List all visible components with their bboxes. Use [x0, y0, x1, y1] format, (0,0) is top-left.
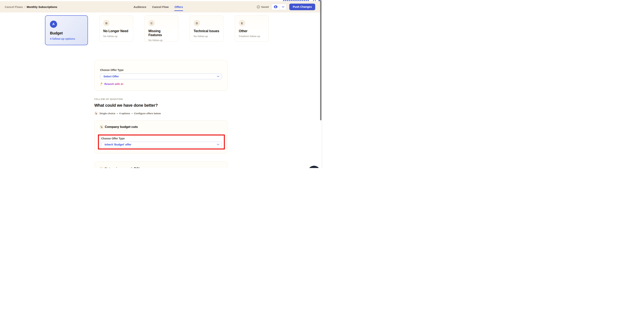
- sparkles-icon: [100, 82, 103, 86]
- arrow-curve-right-icon: [100, 126, 103, 128]
- meta-configure-hint: Configure offers below: [134, 112, 161, 115]
- tab-offers[interactable]: Offers: [174, 4, 183, 10]
- save-status-label: Saved: [261, 6, 269, 8]
- dropdown-value: Inherit 'Budget' offer: [104, 143, 131, 146]
- choose-offer-type-label: Choose Offer Type: [101, 137, 222, 140]
- check-circle-icon: [257, 5, 260, 9]
- reason-badge: A: [50, 21, 57, 28]
- reason-title: Other: [239, 29, 265, 33]
- followup-section: FOLLOW-UP QUESTION What could we have do…: [94, 98, 228, 115]
- scrollbar-thumb[interactable]: [320, 0, 322, 120]
- option-title: Company budget cuts: [105, 125, 138, 129]
- breadcrumb-current: Monthly Subscriptions: [27, 5, 57, 9]
- option-card-not-seeing-enough-roi: Not seeing enough ROI: [94, 161, 228, 168]
- tab-cancel-flow[interactable]: Cancel Flow: [152, 4, 169, 10]
- header-actions: Saved Push Changes: [257, 1, 316, 13]
- option-badge: [100, 167, 104, 168]
- breadcrumb-parent-link[interactable]: Cancel Flows: [5, 5, 23, 9]
- chevron-down-icon: [282, 6, 284, 8]
- meta-bullet: •: [132, 112, 132, 115]
- reason-card-budget[interactable]: A Budget 4 follow-up options: [45, 15, 88, 45]
- breadcrumb-separator: /: [24, 5, 25, 9]
- chevron-down-icon: [217, 144, 219, 145]
- reason-badge: C: [148, 20, 155, 26]
- annotation-highlight-box: Choose Offer Type Inherit 'Budget' offer: [98, 135, 225, 149]
- reason-title: No Longer Need: [103, 29, 129, 33]
- meta-bullet: •: [117, 112, 118, 115]
- clipped-icon: [315, 0, 316, 1]
- meta-option-count: 4 options: [119, 112, 130, 115]
- header-tabs: Audience Cancel Flow Offers: [133, 1, 183, 13]
- offer-type-panel: Choose Offer Type Select Offer Rework wi…: [94, 60, 228, 91]
- reason-card-technical-issues[interactable]: D Technical Issues No follow-up: [190, 15, 224, 42]
- eye-icon: [274, 5, 278, 8]
- reason-title: Technical Issues: [194, 29, 220, 33]
- followup-meta: Single choice • 4 options • Configure of…: [100, 112, 161, 115]
- meta-choice-type: Single choice: [100, 112, 115, 115]
- reason-title: Missing Features: [148, 29, 174, 37]
- rework-with-ai-label: Rework with AI: [104, 83, 123, 86]
- clipped-icon: [313, 0, 314, 1]
- rework-with-ai-button[interactable]: Rework with AI: [100, 82, 123, 86]
- followup-badge: [94, 112, 98, 115]
- clipped-top-strip: [0, 0, 322, 1]
- option-card-company-budget-cuts: Company budget cuts Choose Offer Type In…: [94, 120, 228, 153]
- reason-badge: D: [194, 20, 200, 26]
- choose-offer-type-label: Choose Offer Type: [100, 69, 222, 72]
- reason-badge: E: [239, 20, 245, 26]
- clipped-link-text: [283, 0, 309, 1]
- reason-cards-row: A Budget 4 follow-up options B No Longer…: [45, 15, 269, 45]
- preview-split-button: [272, 4, 286, 10]
- chat-widget-button[interactable]: [308, 166, 320, 168]
- followup-eyebrow: FOLLOW-UP QUESTION: [94, 98, 228, 100]
- option-title-row: Not seeing enough ROI: [100, 167, 224, 168]
- followup-meta-row: Single choice • 4 options • Configure of…: [94, 112, 228, 115]
- reason-title: Budget: [50, 31, 83, 35]
- main-content: Choose Offer Type Select Offer Rework wi…: [94, 60, 228, 168]
- inherit-budget-offer-dropdown[interactable]: Inherit 'Budget' offer: [101, 142, 222, 147]
- option-title: Not seeing enough ROI: [105, 167, 140, 168]
- chevron-down-icon: [217, 76, 219, 77]
- option-title-row: Company budget cuts: [100, 125, 224, 129]
- reason-card-other[interactable]: E Other Freeform follow-up: [235, 15, 269, 42]
- reason-card-no-longer-need[interactable]: B No Longer Need No follow-up: [99, 15, 133, 42]
- tab-audience[interactable]: Audience: [133, 4, 146, 10]
- option-badge: [100, 125, 104, 129]
- push-changes-button[interactable]: Push Changes: [289, 4, 315, 10]
- arrow-curve-right-icon: [95, 112, 97, 114]
- followup-question: What could we have done better?: [94, 103, 228, 108]
- breadcrumb: Cancel Flows / Monthly Subscriptions: [5, 1, 57, 13]
- reason-subtitle: No follow-up: [194, 35, 220, 38]
- dropdown-value: Select Offer: [104, 75, 119, 78]
- reason-subtitle: Freeform follow-up: [239, 35, 265, 38]
- reason-subtitle: No follow-up: [148, 39, 174, 42]
- reason-badge: B: [103, 20, 110, 26]
- arrow-curve-right-icon: [100, 168, 103, 168]
- preview-more-button[interactable]: [280, 4, 286, 10]
- save-status: Saved: [257, 5, 269, 9]
- reason-subtitle: 4 follow-up options: [50, 37, 83, 40]
- select-offer-dropdown[interactable]: Select Offer: [100, 74, 222, 79]
- header-bar: Cancel Flows / Monthly Subscriptions Aud…: [0, 1, 322, 13]
- preview-button[interactable]: [272, 4, 280, 10]
- reason-card-missing-features[interactable]: C Missing Features No follow-up: [144, 15, 178, 42]
- reason-subtitle: No follow-up: [103, 35, 129, 38]
